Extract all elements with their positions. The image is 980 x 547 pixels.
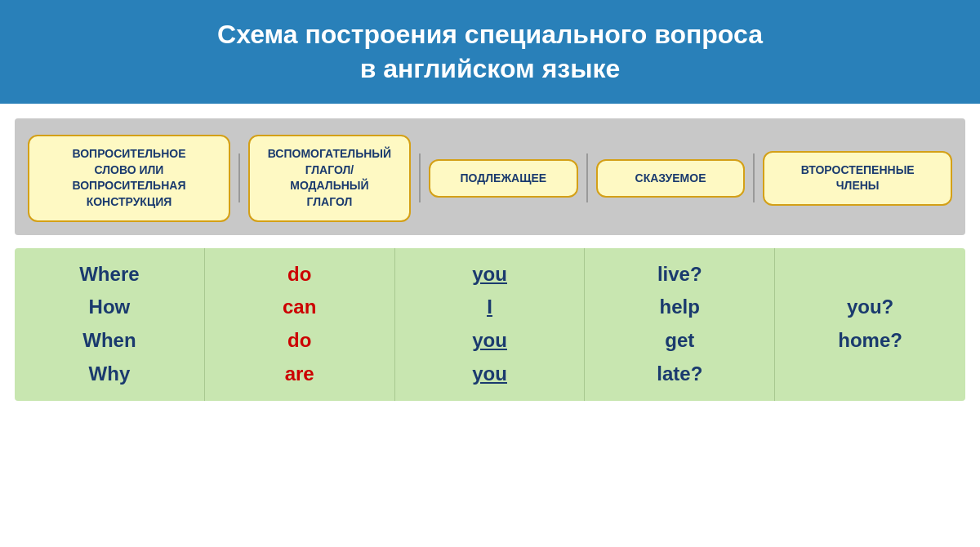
wh-word-3: When [21,324,198,358]
schema-divider-2 [419,153,421,202]
aux-verb-2: can [212,291,388,324]
examples-grid: Where How When Why do can do are you I y… [15,248,965,401]
secondary-4 [782,358,959,391]
schema-box-4: СКАЗУЕМОЕ [596,159,746,198]
schema-box-1: ВОПРОСИТЕЛЬНОЕ СЛОВО ИЛИ ВОПРОСИТЕЛЬНАЯ … [28,135,230,221]
schema-divider-3 [586,153,588,202]
schema-box-5-label: ВТОРОСТЕПЕННЫЕ ЧЛЕНЫ [801,163,915,193]
wh-word-1: Where [21,258,198,291]
wh-word-4: Why [21,358,198,391]
title-line2: в английском языке [360,54,621,83]
schema-box-2: ВСПОМОГАТЕЛЬНЫЙ ГЛАГОЛ/ МОДАЛЬНЫЙ ГЛАГОЛ [248,135,411,221]
subject-1: you [402,258,578,291]
aux-verb-3: do [212,324,388,358]
title-line1: Схема построения специального вопроса [217,20,763,49]
secondary-1 [782,258,959,291]
page-wrapper: Схема построения специального вопроса в … [0,0,980,547]
col-secondary: you? home? [775,248,965,401]
predicate-4: late? [591,358,768,391]
subject-4: you [402,358,578,391]
aux-verb-4: are [212,358,388,391]
col-subjects: you I you you [395,248,586,401]
schema-box-5: ВТОРОСТЕПЕННЫЕ ЧЛЕНЫ [763,151,952,206]
header-title: Схема построения специального вопроса в … [33,18,947,86]
col-aux-verbs: do can do are [205,248,395,401]
wh-word-2: How [21,291,198,324]
schema-divider-4 [753,153,755,202]
secondary-3: home? [782,324,959,358]
predicate-3: get [591,324,768,358]
schema-box-2-label: ВСПОМОГАТЕЛЬНЫЙ ГЛАГОЛ/ МОДАЛЬНЫЙ ГЛАГОЛ [268,147,391,208]
schema-box-4-label: СКАЗУЕМОЕ [635,171,706,185]
examples-section: Where How When Why do can do are you I y… [15,248,965,401]
schema-box-1-label: ВОПРОСИТЕЛЬНОЕ СЛОВО ИЛИ ВОПРОСИТЕЛЬНАЯ … [72,147,185,208]
schema-box-3-label: ПОДЛЕЖАЩЕЕ [460,171,546,185]
col-predicates: live? help get late? [585,248,775,401]
header-section: Схема построения специального вопроса в … [0,0,980,104]
schema-divider-1 [238,153,240,202]
subject-2: I [402,291,578,324]
schema-box-3: ПОДЛЕЖАЩЕЕ [429,159,578,198]
secondary-2: you? [782,291,959,324]
aux-verb-1: do [212,258,388,291]
subject-3: you [402,324,578,358]
col-wh-words: Where How When Why [15,248,205,401]
predicate-2: help [591,291,768,324]
schema-section: ВОПРОСИТЕЛЬНОЕ СЛОВО ИЛИ ВОПРОСИТЕЛЬНАЯ … [15,118,965,234]
predicate-1: live? [591,258,768,291]
